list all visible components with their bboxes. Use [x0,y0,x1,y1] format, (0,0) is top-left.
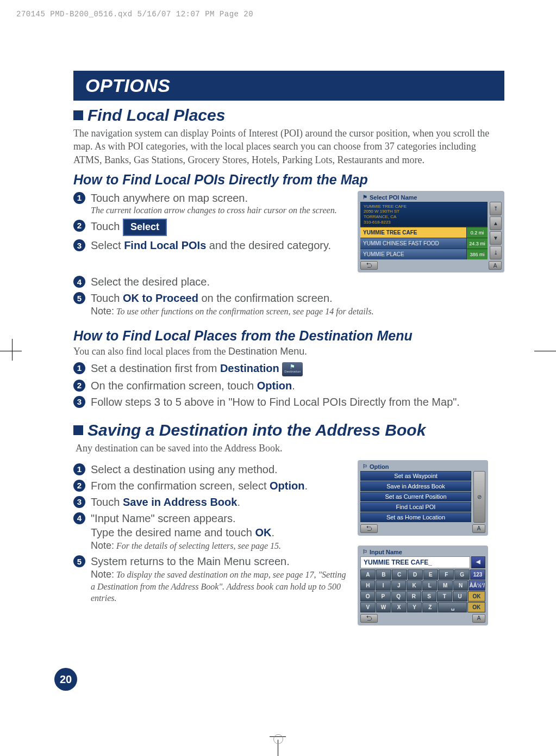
scroll-down-icon: ▼ [490,231,502,245]
sort-icon: A [472,524,485,533]
registration-mark-icon [273,734,283,744]
scroll-bottom-icon: ⤓ [490,246,502,259]
step-b2: 2 On the confirmation screen, touch Opti… [73,379,504,393]
crop-mark [534,351,556,351]
step-a3: 3 Select Find Local POIs and the desired… [73,238,347,252]
step-number-icon: 1 [73,362,85,374]
screenshot-input-name: ⚐Input Name YUMMIE TREE CAFE_ ◀ ABCDEFG1… [358,546,488,625]
screenshot-select-poi: ⚑Select POI Name YUMMIE TREE CAFE 2050 W… [358,191,504,272]
section-title-find-local: Find Local Places [73,106,504,125]
step-a5: 5 Touch OK to Proceed on the confirmatio… [73,291,504,318]
step-number-icon: 4 [73,276,85,288]
step-number-icon: 1 [73,192,85,204]
scroll-top-icon: ⤒ [490,202,502,215]
back-icon: ⮌ [360,524,378,533]
step-number-icon: 2 [73,220,85,232]
saving-intro: Any destination can be saved into the Ad… [76,442,504,455]
destination-icon: Destination [282,362,303,376]
select-button-graphic: Select [123,219,167,236]
subtitle-dest-menu: How to Find Local Places from the Destin… [73,328,504,344]
sub2-intro: You can also find local places from the … [73,345,504,358]
step-number-icon: 4 [73,512,85,524]
square-bullet-icon [73,425,83,435]
subtitle-map: How to Find Local POIs Directly from the… [73,172,504,188]
space-key: ␣ [438,602,467,612]
prepress-header: 270145 PMD-B200_0516.qxd 5/16/07 12:07 P… [16,10,253,18]
sort-icon: A [472,614,485,623]
step-s5: 5 System returns to the Main Menu screen… [73,554,347,604]
step-number-icon: 2 [73,480,85,492]
screenshot-option-menu: ⚐Option Set as Waypoint Save in Address … [358,460,488,536]
step-number-icon: 1 [73,463,85,475]
step-b1: 1 Set a destination first from Destinati… [73,361,504,376]
back-icon: ⮌ [360,614,378,623]
scroll-up-icon: ▲ [490,216,502,230]
step-a4: 4 Select the desired place. [73,275,504,289]
intro-text: The navigation system can display Points… [73,127,504,166]
flag-icon: ⚑ [363,194,367,200]
step-s1: 1 Select a destination using any method. [73,462,347,476]
sort-icon: A [489,261,502,270]
step-number-icon: 3 [73,396,85,408]
section-title-saving: Saving a Destination into the Address Bo… [73,421,504,439]
step-s2: 2 From the confirmation screen, select O… [73,479,347,493]
step-number-icon: 2 [73,380,85,392]
step-s4: 4 "Input Name" screen appears. Type the … [73,511,347,552]
step-a1: 1 Touch anywhere on map screen. The curr… [73,191,347,216]
back-icon: ⮌ [360,261,378,270]
flag-icon: ⚐ [363,463,367,469]
backspace-icon: ◀ [471,556,485,568]
page-number-badge: 20 [54,668,77,691]
step-s3: 3 Touch Save in Address Book. [73,495,347,509]
step-number-icon: 3 [73,496,85,508]
step-number-icon: 5 [73,292,85,304]
crop-mark [12,339,13,361]
step-a2: 2 Touch Select [73,219,347,236]
crop-mark [0,351,22,351]
close-icon: ⊘ [473,471,485,523]
section-banner: OPTIONS [73,71,504,101]
step-number-icon: 5 [73,555,85,567]
step-b3: 3 Follow steps 3 to 5 above in "How to F… [73,395,504,409]
step-number-icon: 3 [73,239,85,251]
square-bullet-icon [73,110,83,120]
flag-icon: ⚐ [363,549,367,555]
